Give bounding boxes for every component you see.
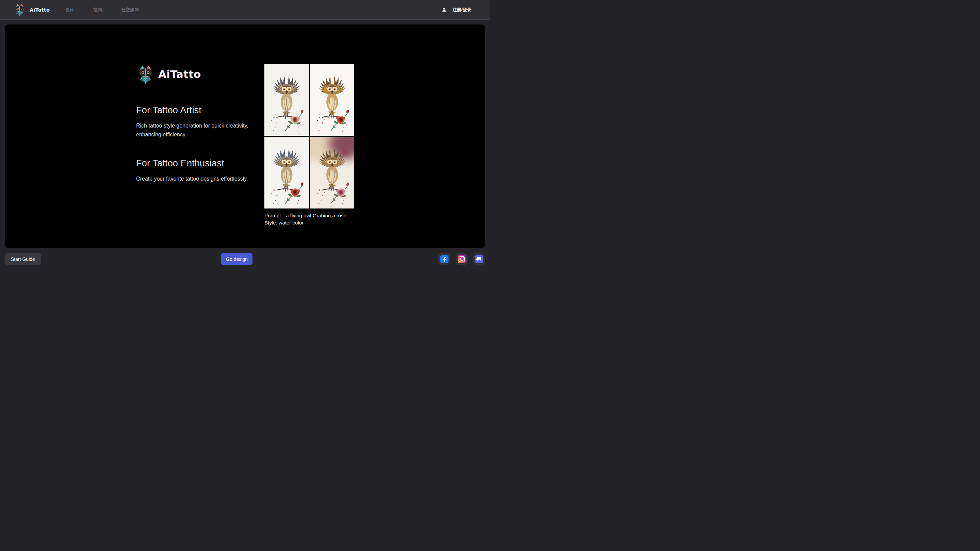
showcase-image-2	[310, 64, 355, 136]
style-line: Style: water color	[264, 219, 347, 226]
owl-tattoo-art-2	[310, 64, 355, 136]
nav-item-guide[interactable]: 指南	[93, 7, 102, 13]
hero-panel: AiTatto For Tattoo Artist Rich tattoo st…	[5, 24, 485, 248]
instagram-button[interactable]	[456, 253, 468, 265]
showcase-image-1	[264, 64, 309, 136]
feature-enthusiast-description: Create your favorite tattoo designs effo…	[136, 175, 262, 183]
feature-artist: For Tattoo Artist Rich tattoo style gene…	[136, 105, 256, 139]
facebook-icon	[440, 255, 449, 263]
showcase-image-grid	[264, 64, 354, 208]
start-guide-button[interactable]: Start Guide	[5, 253, 41, 265]
social-links	[438, 253, 485, 265]
go-design-button[interactable]: Go design	[221, 253, 253, 265]
brand-name: AiTatto	[30, 7, 50, 13]
hero-brand-name: AiTatto	[158, 68, 201, 80]
discord-icon	[475, 255, 483, 263]
top-navbar: AiTatto 设计 指南 社交媒体 注册/登录	[0, 0, 490, 20]
register-login-link: 注册/登录	[452, 7, 471, 13]
feature-enthusiast-title: For Tattoo Enthusiast	[136, 158, 262, 169]
owl-tattoo-art-4	[310, 137, 355, 208]
showcase-caption: Prompt：a flying owl,Grabing a rose Style…	[264, 212, 347, 227]
feature-artist-description: Rich tattoo style generation for quick c…	[136, 121, 256, 139]
discord-button[interactable]	[473, 253, 485, 265]
user-icon	[441, 7, 447, 13]
aitatto-owl-logo-icon	[14, 3, 25, 16]
aitatto-hero-logo-icon	[137, 65, 153, 84]
feature-enthusiast: For Tattoo Enthusiast Create your favori…	[136, 158, 262, 183]
main-nav: 设计 指南 社交媒体	[65, 7, 139, 13]
auth-area[interactable]: 注册/登录	[441, 0, 471, 19]
owl-tattoo-art-1	[264, 64, 309, 136]
facebook-button[interactable]	[438, 253, 450, 265]
nav-item-design[interactable]: 设计	[65, 7, 74, 13]
prompt-line: Prompt：a flying owl,Grabing a rose	[264, 212, 347, 219]
feature-artist-title: For Tattoo Artist	[136, 105, 256, 116]
instagram-icon	[458, 255, 466, 263]
showcase-image-3	[264, 137, 309, 208]
hero-brand: AiTatto	[137, 65, 201, 84]
showcase-image-4	[310, 137, 355, 208]
brand[interactable]: AiTatto	[14, 3, 50, 16]
page: AiTatto 设计 指南 社交媒体 注册/登录 AiTatto For Tat…	[0, 0, 490, 275]
owl-tattoo-art-3	[264, 137, 309, 208]
nav-item-social-media[interactable]: 社交媒体	[121, 7, 139, 13]
